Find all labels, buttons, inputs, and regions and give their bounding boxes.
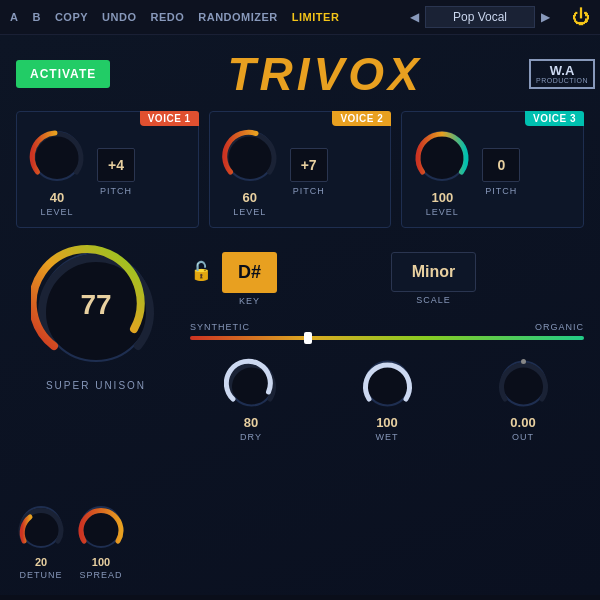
menu-item-a[interactable]: A xyxy=(10,11,18,23)
dry-knob[interactable]: 80 DRY xyxy=(224,356,279,442)
voice2-level-value: 60 xyxy=(242,190,256,205)
voice2-level-label: LEVEL xyxy=(233,207,266,217)
wa-logo-subtext: PRODUCTION xyxy=(536,77,588,84)
voice1-level-value: 40 xyxy=(50,190,64,205)
menu-item-copy[interactable]: COPY xyxy=(55,11,88,23)
detune-spread-row: 20 DETUNE 100 SPREAD xyxy=(16,502,126,580)
voice3-level-knob[interactable]: 100 LEVEL xyxy=(412,126,472,217)
menu-bar: A B COPY UNDO REDO RANDOMIZER LIMITER ◀ … xyxy=(0,0,600,35)
spread-knob[interactable]: 100 SPREAD xyxy=(76,502,126,580)
lower-section: 77 SUPER UNISON 🔓 D# KEY Minor SCALE xyxy=(16,242,584,442)
voice3-level-value: 100 xyxy=(431,190,453,205)
wet-knob[interactable]: 100 WET xyxy=(360,356,415,442)
svg-text:77: 77 xyxy=(80,289,111,320)
preset-name[interactable]: Pop Vocal xyxy=(425,6,535,28)
voice2-pitch-label: PITCH xyxy=(293,186,325,196)
wet-value: 100 xyxy=(376,415,398,430)
voice1-pitch-area: +4 PITCH xyxy=(97,148,135,196)
menu-item-undo[interactable]: UNDO xyxy=(102,11,136,23)
slider-thumb[interactable] xyxy=(304,332,312,344)
dry-value: 80 xyxy=(244,415,258,430)
super-unison-area: 77 SUPER UNISON xyxy=(16,242,176,442)
preset-prev-arrow[interactable]: ◀ xyxy=(410,10,419,24)
synth-organic-slider[interactable]: SYNTHETIC ORGANIC xyxy=(190,322,584,340)
key-label: KEY xyxy=(239,296,260,306)
slider-track[interactable] xyxy=(190,336,584,340)
spread-label: SPREAD xyxy=(79,570,122,580)
menu-item-redo[interactable]: REDO xyxy=(150,11,184,23)
voices-row: VOICE 1 xyxy=(16,111,584,228)
out-knob[interactable]: 0.00 OUT xyxy=(496,356,551,442)
header-row: ACTIVATE TRIVOX W.A PRODUCTION xyxy=(16,47,584,101)
voice3-panel: VOICE 3 xyxy=(401,111,584,228)
wa-logo-text: W.A xyxy=(536,64,588,77)
main-panel: ACTIVATE TRIVOX W.A PRODUCTION VOICE 1 xyxy=(0,35,600,595)
slider-label-left: SYNTHETIC xyxy=(190,322,250,332)
voice3-pitch-value[interactable]: 0 xyxy=(482,148,520,182)
lock-icon: 🔓 xyxy=(190,260,212,282)
voice2-pitch-value[interactable]: +7 xyxy=(290,148,328,182)
spread-value: 100 xyxy=(92,556,110,568)
voice3-label: VOICE 3 xyxy=(525,111,584,126)
activate-button[interactable]: ACTIVATE xyxy=(16,60,110,88)
voice2-label: VOICE 2 xyxy=(332,111,391,126)
voice1-panel: VOICE 1 xyxy=(16,111,199,228)
super-unison-knob[interactable]: 77 xyxy=(31,242,161,376)
slider-label-right: ORGANIC xyxy=(535,322,584,332)
voice3-pitch-label: PITCH xyxy=(485,186,517,196)
voice3-level-label: LEVEL xyxy=(426,207,459,217)
out-label: OUT xyxy=(512,432,534,442)
power-button[interactable]: ⏻ xyxy=(572,7,590,28)
wet-label: WET xyxy=(376,432,399,442)
detune-value: 20 xyxy=(35,556,47,568)
wa-logo: W.A PRODUCTION xyxy=(540,56,584,92)
voice1-level-knob[interactable]: 40 LEVEL xyxy=(27,126,87,217)
menu-item-limiter[interactable]: LIMITER xyxy=(292,11,340,23)
preset-area: ◀ Pop Vocal ▶ xyxy=(410,6,550,28)
voice1-label: VOICE 1 xyxy=(140,111,199,126)
super-unison-label: SUPER UNISON xyxy=(46,380,146,391)
voice2-pitch-area: +7 PITCH xyxy=(290,148,328,196)
right-controls: 🔓 D# KEY Minor SCALE SYNTHETIC ORGANIC xyxy=(190,242,584,442)
voice1-level-label: LEVEL xyxy=(40,207,73,217)
voice1-pitch-value[interactable]: +4 xyxy=(97,148,135,182)
out-value: 0.00 xyxy=(510,415,535,430)
key-display[interactable]: D# xyxy=(222,252,277,293)
voice2-panel: VOICE 2 60 xyxy=(209,111,392,228)
app-title: TRIVOX xyxy=(110,47,540,101)
scale-label: SCALE xyxy=(416,295,451,305)
detune-knob[interactable]: 20 DETUNE xyxy=(16,502,66,580)
voice2-level-knob[interactable]: 60 LEVEL xyxy=(220,126,280,217)
voice1-pitch-label: PITCH xyxy=(100,186,132,196)
preset-next-arrow[interactable]: ▶ xyxy=(541,10,550,24)
dry-label: DRY xyxy=(240,432,262,442)
menu-item-b[interactable]: B xyxy=(32,11,40,23)
scale-display[interactable]: Minor xyxy=(391,252,477,292)
menu-item-randomizer[interactable]: RANDOMIZER xyxy=(198,11,278,23)
detune-label: DETUNE xyxy=(19,570,62,580)
voice3-pitch-area: 0 PITCH xyxy=(482,148,520,196)
